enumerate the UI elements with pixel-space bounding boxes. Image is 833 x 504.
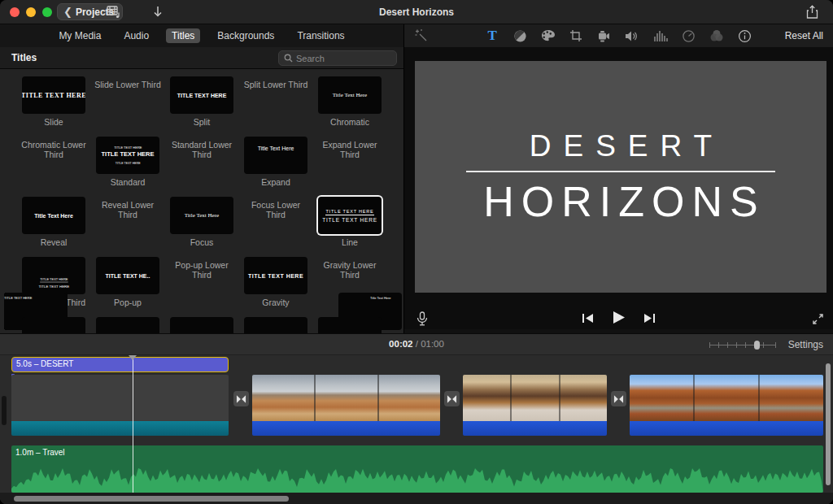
- title-item-slide[interactable]: TITLE TEXT HERESlide: [19, 76, 89, 137]
- fullscreen-icon[interactable]: [810, 312, 825, 327]
- tab-transitions[interactable]: Transitions: [291, 28, 350, 43]
- filters-icon[interactable]: [709, 28, 724, 43]
- title-item[interactable]: [241, 317, 311, 333]
- play-button-icon[interactable]: [612, 311, 626, 328]
- title-item[interactable]: [167, 317, 237, 333]
- title-item-standard-lower-third[interactable]: TITLE TEXT HERETITLE TEXT HEREStandard L…: [167, 137, 237, 197]
- titles-grid: TITLE TEXT HERESlideTITLE TEXT HERESlide…: [0, 69, 403, 333]
- transition-icon[interactable]: [233, 391, 249, 406]
- timeline-horizontal-scrollbar[interactable]: [14, 496, 289, 502]
- tab-audio[interactable]: Audio: [118, 28, 155, 43]
- color-balance-icon[interactable]: [513, 28, 527, 43]
- title-thumbnail[interactable]: TITLE TEXT HERE: [170, 76, 233, 114]
- video-clip-redrocks[interactable]: [630, 375, 823, 436]
- title-item-focus-lower-third[interactable]: Title Text HereFocus Lower Third: [241, 197, 311, 257]
- title-thumbnail[interactable]: TITLE TEXT HERETITLE TEXT HERETITLE TEXT…: [96, 137, 159, 174]
- title-preview-text: TITLE TEXT HE..: [106, 273, 150, 279]
- skip-back-icon[interactable]: [582, 312, 594, 327]
- title-item-split[interactable]: TITLE TEXT HERESplit: [167, 76, 237, 137]
- reset-all-button[interactable]: Reset All: [785, 30, 823, 41]
- transition-icon[interactable]: [444, 391, 460, 406]
- tab-titles[interactable]: Titles: [166, 28, 200, 43]
- enhance-wand-icon[interactable]: [414, 28, 429, 43]
- title-item-standard[interactable]: TITLE TEXT HERETITLE TEXT HERETITLE TEXT…: [93, 137, 163, 197]
- stabilization-camera-icon[interactable]: [596, 28, 611, 43]
- clip-audio-strip: [630, 421, 823, 436]
- title-item-chromatic[interactable]: Title Text HereChromatic: [315, 76, 385, 137]
- title-item-expand-lower-third[interactable]: Title Text HereExpand Lower Third: [315, 137, 385, 197]
- title-item-focus[interactable]: Title Text HereFocus: [167, 197, 237, 257]
- color-correction-icon[interactable]: [541, 28, 556, 43]
- title-thumbnail[interactable]: Title Text Here: [318, 76, 382, 114]
- clip-filmstrip: [11, 375, 229, 421]
- clip-audio-strip: [11, 421, 229, 436]
- share-icon[interactable]: [806, 5, 818, 23]
- transition-icon[interactable]: [611, 391, 626, 406]
- title-item-expand[interactable]: Title Text HereExpand: [241, 137, 311, 197]
- zoom-slider-thumb[interactable]: [754, 341, 760, 350]
- title-name-label: Pop-up: [114, 298, 142, 307]
- title-thumbnail[interactable]: [96, 317, 159, 333]
- video-clip-canyon[interactable]: [463, 375, 607, 436]
- volume-icon[interactable]: [625, 28, 639, 43]
- title-item[interactable]: [315, 317, 385, 333]
- total-time: 01:00: [421, 339, 444, 349]
- title-thumbnail[interactable]: [22, 317, 85, 333]
- title-preview-text: TITLE TEXT HERE: [116, 161, 141, 164]
- tab-backgrounds[interactable]: Backgrounds: [212, 28, 280, 43]
- title-name-label: Standard Lower Third: [167, 140, 237, 159]
- skip-forward-icon[interactable]: [643, 312, 656, 327]
- noise-reduction-eq-icon[interactable]: [653, 28, 668, 43]
- search-input[interactable]: [296, 54, 386, 63]
- title-thumbnail[interactable]: TITLE TEXT HE..: [96, 257, 159, 294]
- timeline-vertical-scrollbar[interactable]: [826, 363, 831, 485]
- title-preview-text: TITLE TEXT HERE: [322, 217, 377, 223]
- viewer: DESERT HORIZONS: [404, 47, 833, 329]
- title-item[interactable]: [19, 317, 89, 333]
- current-time: 00:02: [389, 339, 412, 349]
- title-thumbnail[interactable]: Title Text Here: [22, 197, 85, 234]
- title-item-reveal[interactable]: Title Text HereReveal: [19, 197, 89, 257]
- title-thumbnail[interactable]: TITLE TEXT HERE: [22, 76, 85, 114]
- title-item-pop-up[interactable]: TITLE TEXT HE..Pop-up: [93, 257, 163, 317]
- title-preview-text: Title Text Here: [370, 297, 402, 301]
- title-thumbnail[interactable]: TITLE TEXT HERE: [244, 257, 307, 294]
- title-item-line[interactable]: TITLE TEXT HERETITLE TEXT HERELine: [315, 197, 385, 257]
- title-preview-text: TITLE TEXT HERE: [38, 285, 69, 289]
- title-thumbnail[interactable]: TITLE TEXT HERETITLE TEXT HERE: [318, 197, 382, 234]
- timeline: 5.0s – DESERT 1.0m – Travel: [0, 355, 833, 504]
- title-thumbnail[interactable]: [244, 317, 307, 333]
- title-item-chromatic-lower-third[interactable]: Title Text HereChromatic Lower Third: [19, 137, 89, 197]
- tab-my-media[interactable]: My Media: [53, 28, 107, 43]
- title-item-reveal-lower-third[interactable]: Title Text HereReveal Lower Third: [93, 197, 163, 257]
- title-name-label: Slide: [44, 117, 63, 127]
- video-clip-rocks[interactable]: [252, 375, 440, 436]
- title-item-pop-up-lower-third[interactable]: TITLE TEXT H..Pop-up Lower Third: [167, 257, 237, 317]
- search-field[interactable]: [278, 50, 397, 66]
- title-item-split-lower-third[interactable]: TITLE TEXT HERESplit Lower Third: [241, 76, 311, 137]
- title-clip-selected[interactable]: 5.0s – DESERT: [11, 357, 229, 372]
- viewer-toolbar: T: [404, 24, 833, 47]
- video-clip-placeholder[interactable]: [11, 375, 229, 436]
- speed-gauge-icon[interactable]: [682, 28, 696, 43]
- title-item[interactable]: [93, 317, 163, 333]
- playhead[interactable]: [133, 355, 133, 493]
- video-preview[interactable]: DESERT HORIZONS: [415, 61, 826, 293]
- info-icon[interactable]: [738, 28, 752, 43]
- viewer-controls: [404, 305, 833, 333]
- settings-button[interactable]: Settings: [788, 339, 823, 350]
- title-name-label: Chromatic: [330, 117, 369, 127]
- titles-text-tool-icon[interactable]: T: [486, 28, 499, 43]
- timeline-zoom-slider[interactable]: [709, 344, 776, 346]
- title-preview-text: Title Text Here: [333, 92, 367, 98]
- title-item-gravity[interactable]: TITLE TEXT HEREGravity: [241, 257, 311, 317]
- title-preview-text: Title Text Here: [34, 213, 73, 219]
- title-thumbnail[interactable]: [170, 317, 233, 333]
- title-thumbnail[interactable]: Title Text Here: [170, 197, 233, 234]
- playhead-handle[interactable]: [129, 355, 137, 360]
- title-thumbnail[interactable]: [318, 317, 382, 333]
- title-item-slide-lower-third[interactable]: TITLE TEXT HERESlide Lower Third: [93, 76, 163, 137]
- title-thumbnail[interactable]: TITLE TEXT HERETITLE TEXT HERE: [22, 257, 85, 294]
- crop-icon[interactable]: [569, 28, 583, 43]
- title-thumbnail[interactable]: Title Text Here: [244, 137, 307, 174]
